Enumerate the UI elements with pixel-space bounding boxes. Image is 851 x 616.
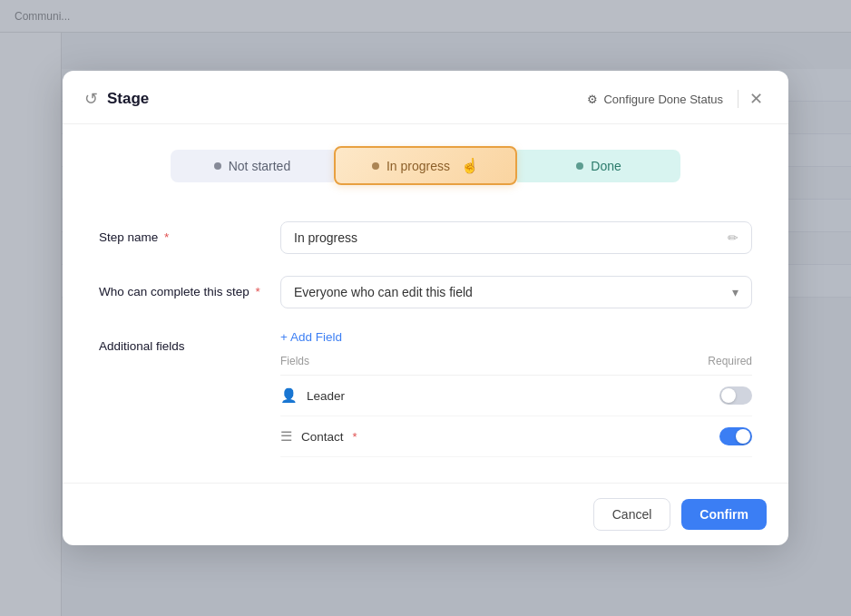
step-name-required: * [161, 230, 169, 244]
modal-backdrop: ↺ Stage ⚙ Configure Done Status ✕ Not st… [0, 0, 851, 616]
pencil-icon: ✏ [728, 230, 739, 245]
gear-icon: ⚙ [587, 93, 598, 106]
add-field-button[interactable]: + Add Field [280, 330, 342, 344]
who-complete-value: Everyone who can edit this field [294, 285, 473, 299]
configure-label: Configure Done Status [603, 93, 723, 106]
stage-tabs: Not started In progress ☝ Done [63, 124, 788, 196]
tab-in-progress-label: In progress [386, 159, 450, 173]
tab-not-started[interactable]: Not started [171, 150, 334, 182]
leader-toggle-knob [721, 388, 736, 403]
modal-footer: Cancel Confirm [63, 483, 788, 545]
add-field-label: + Add Field [280, 330, 342, 344]
fields-table-header: Fields Required [280, 355, 752, 376]
configure-done-status-button[interactable]: ⚙ Configure Done Status [580, 89, 730, 110]
fields-col-header: Fields [280, 355, 309, 367]
step-name-value: In progress [294, 230, 357, 245]
modal-body: Step name * In progress ✏ Who can comple… [63, 196, 788, 483]
who-complete-control: Everyone who can edit this field ▾ [280, 276, 752, 308]
cancel-button[interactable]: Cancel [593, 498, 671, 531]
who-complete-select[interactable]: Everyone who can edit this field ▾ [280, 276, 752, 308]
confirm-button[interactable]: Confirm [681, 499, 767, 530]
modal-header-right: ⚙ Configure Done Status ✕ [580, 87, 767, 111]
tab-dot-done [576, 162, 583, 170]
modal-title-group: ↺ Stage [84, 89, 149, 109]
header-divider [738, 90, 739, 108]
modal-title: Stage [107, 90, 149, 108]
chevron-down-icon: ▾ [732, 285, 739, 299]
who-complete-row: Who can complete this step * Everyone wh… [99, 276, 752, 308]
step-name-label: Step name * [99, 221, 262, 244]
contact-toggle-knob [736, 429, 750, 444]
tab-done[interactable]: Done [517, 150, 680, 182]
field-contact-left: ☰ Contact * [280, 428, 357, 445]
close-button[interactable]: ✕ [746, 87, 767, 111]
field-row-contact: ☰ Contact * [280, 416, 752, 457]
who-complete-label: Who can complete this step * [99, 276, 262, 298]
leader-toggle[interactable] [719, 386, 752, 405]
field-leader-left: 👤 Leader [280, 387, 345, 404]
required-col-header: Required [708, 355, 752, 367]
additional-fields-row: Additional fields + Add Field Fields Req… [99, 330, 752, 457]
fields-table: Fields Required 👤 Leader [280, 355, 752, 457]
contact-toggle[interactable] [719, 427, 752, 445]
tab-not-started-label: Not started [229, 159, 290, 173]
step-name-control: In progress ✏ [280, 221, 752, 254]
who-required: * [252, 285, 260, 298]
step-name-input[interactable]: In progress ✏ [280, 221, 752, 254]
stage-modal: ↺ Stage ⚙ Configure Done Status ✕ Not st… [63, 71, 788, 545]
tab-dot-not-started [214, 162, 221, 170]
field-leader-label: Leader [307, 389, 345, 403]
contact-required-star: * [353, 430, 357, 444]
tab-done-label: Done [591, 159, 621, 173]
modal-header: ↺ Stage ⚙ Configure Done Status ✕ [63, 71, 788, 124]
tab-dot-in-progress [372, 162, 379, 170]
tab-in-progress[interactable]: In progress ☝ [334, 146, 517, 185]
stage-icon: ↺ [84, 89, 98, 109]
additional-fields-label: Additional fields [99, 330, 262, 353]
additional-fields-control: + Add Field Fields Required 👤 Leader [280, 330, 752, 457]
list-icon: ☰ [280, 428, 292, 445]
hand-icon: ☝ [461, 157, 479, 174]
step-name-row: Step name * In progress ✏ [99, 221, 752, 254]
person-icon: 👤 [280, 387, 298, 404]
field-row-leader: 👤 Leader [280, 376, 752, 416]
field-contact-label: Contact [301, 430, 344, 444]
